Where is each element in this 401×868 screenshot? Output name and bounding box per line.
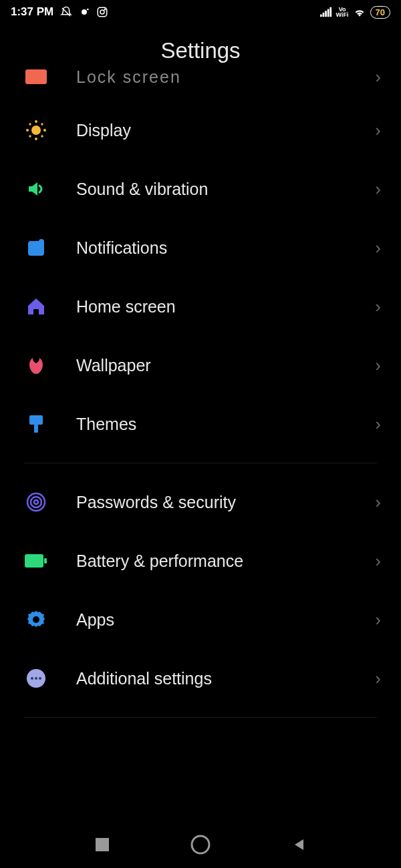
- speaker-icon: [24, 177, 48, 201]
- svg-rect-28: [44, 558, 47, 564]
- item-label: Wallpaper: [76, 356, 375, 375]
- svg-rect-34: [96, 838, 109, 851]
- svg-point-31: [31, 677, 33, 680]
- nav-back-button[interactable]: [288, 834, 309, 855]
- notification-icon: [24, 236, 48, 260]
- svg-point-15: [43, 129, 46, 132]
- item-label: Passwords & security: [76, 493, 375, 512]
- svg-point-16: [29, 123, 31, 125]
- divider: [24, 463, 377, 463]
- chevron-right-icon: ›: [375, 179, 381, 200]
- gear-icon: [24, 608, 48, 632]
- item-label: Notifications: [76, 238, 375, 258]
- settings-item-lock-screen[interactable]: Lock screen ›: [0, 65, 401, 101]
- svg-point-26: [34, 500, 38, 504]
- dnd-icon: [60, 6, 72, 18]
- svg-point-33: [39, 677, 41, 680]
- chevron-right-icon: ›: [375, 610, 381, 630]
- settings-item-sound[interactable]: Sound & vibration ›: [0, 160, 401, 218]
- status-right: VoWiFi 70: [320, 6, 390, 19]
- chevron-right-icon: ›: [375, 355, 381, 376]
- nav-bar: [0, 821, 401, 868]
- battery-icon: [24, 549, 48, 573]
- page-title: Settings: [0, 38, 401, 63]
- settings-item-additional[interactable]: Additional settings ›: [0, 649, 401, 708]
- chevron-right-icon: ›: [375, 492, 381, 513]
- settings-item-battery[interactable]: Battery & performance ›: [0, 531, 401, 590]
- home-icon: [24, 294, 48, 318]
- svg-rect-27: [25, 554, 43, 568]
- settings-item-apps[interactable]: Apps ›: [0, 590, 401, 649]
- fingerprint-icon: [24, 490, 48, 514]
- more-icon: [24, 666, 48, 690]
- svg-point-17: [41, 123, 43, 125]
- item-label: Apps: [76, 610, 375, 630]
- nav-home-button[interactable]: [190, 834, 211, 855]
- svg-point-1: [87, 9, 89, 11]
- svg-rect-7: [325, 11, 327, 17]
- vowifi-icon: VoWiFi: [336, 7, 349, 17]
- settings-item-notifications[interactable]: Notifications ›: [0, 218, 401, 277]
- chevron-right-icon: ›: [375, 296, 381, 317]
- svg-point-32: [35, 677, 37, 680]
- settings-item-home-screen[interactable]: Home screen ›: [0, 277, 401, 336]
- svg-point-3: [100, 10, 104, 14]
- divider: [24, 717, 377, 718]
- brush-icon: [24, 412, 48, 436]
- item-label: Battery & performance: [76, 552, 375, 571]
- item-label: Additional settings: [76, 669, 375, 688]
- item-label: Lock screen: [76, 67, 375, 87]
- chevron-right-icon: ›: [375, 551, 381, 572]
- flower-icon: [24, 353, 48, 377]
- svg-point-19: [41, 135, 43, 137]
- wifi-icon: [353, 7, 366, 17]
- item-label: Sound & vibration: [76, 180, 375, 199]
- sun-icon: [24, 118, 48, 142]
- settings-item-wallpaper[interactable]: Wallpaper ›: [0, 336, 401, 395]
- svg-rect-23: [34, 425, 38, 433]
- chevron-right-icon: ›: [375, 120, 381, 141]
- chevron-right-icon: ›: [375, 238, 381, 258]
- settings-item-passwords[interactable]: Passwords & security ›: [0, 473, 401, 531]
- svg-rect-10: [25, 69, 47, 84]
- svg-rect-6: [322, 13, 324, 17]
- chevron-right-icon: ›: [375, 668, 381, 689]
- instagram-icon: [96, 6, 108, 18]
- status-time: 1:37 PM: [11, 5, 53, 19]
- settings-item-display[interactable]: Display ›: [0, 101, 401, 160]
- svg-rect-22: [29, 415, 43, 425]
- record-icon: [79, 7, 90, 17]
- svg-point-0: [82, 9, 87, 15]
- svg-point-35: [192, 836, 209, 853]
- svg-point-25: [31, 497, 41, 507]
- svg-point-29: [33, 616, 39, 623]
- status-left: 1:37 PM: [11, 5, 108, 19]
- settings-list: Lock screen › Display › Sound & vibratio…: [0, 65, 401, 718]
- svg-point-4: [105, 9, 106, 10]
- item-label: Themes: [76, 415, 375, 434]
- svg-point-14: [26, 129, 29, 132]
- signal-icon: [320, 7, 332, 17]
- svg-point-12: [35, 120, 37, 123]
- item-label: Home screen: [76, 297, 375, 316]
- settings-item-themes[interactable]: Themes ›: [0, 395, 401, 453]
- chevron-right-icon: ›: [375, 67, 381, 87]
- chevron-right-icon: ›: [375, 414, 381, 435]
- lock-screen-icon: [24, 65, 48, 89]
- svg-rect-5: [320, 15, 322, 17]
- svg-rect-8: [327, 9, 329, 17]
- svg-rect-9: [329, 7, 331, 17]
- svg-point-21: [39, 239, 44, 244]
- svg-point-11: [31, 126, 41, 135]
- svg-point-18: [29, 135, 31, 137]
- status-bar: 1:37 PM VoWiFi: [0, 0, 401, 21]
- svg-point-13: [35, 138, 37, 140]
- battery-indicator: 70: [370, 6, 390, 19]
- item-label: Display: [76, 121, 375, 140]
- nav-recents-button[interactable]: [92, 834, 113, 855]
